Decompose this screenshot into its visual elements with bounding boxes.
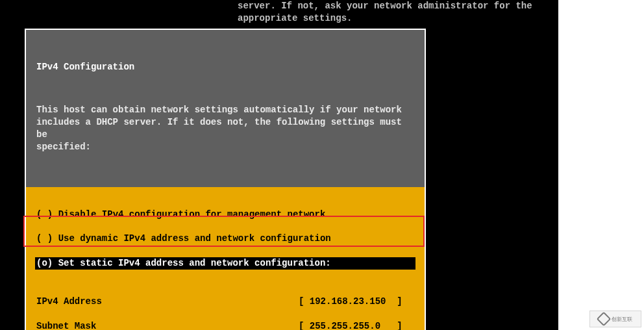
console-screen: server. If not, ask your network adminis…	[0, 0, 558, 330]
watermark: 创新互联	[589, 311, 641, 327]
field-ipv4-address[interactable]: IPv4 Address[ 192.168.23.150 ]	[36, 296, 414, 308]
dialog-title: IPv4 Configuration	[36, 61, 414, 73]
ipv4-config-dialog: IPv4 Configuration This host can obtain …	[25, 29, 426, 330]
field-subnet-mask[interactable]: Subnet Mask[ 255.255.255.0 ]	[36, 320, 414, 330]
dialog-body: ( ) Disable IPv4 configuration for manag…	[26, 187, 425, 330]
static-fields: IPv4 Address[ 192.168.23.150 ] Subnet Ma…	[36, 283, 414, 330]
page-margin: 创新互联	[558, 0, 644, 330]
option-disable-ipv4[interactable]: ( ) Disable IPv4 configuration for manag…	[36, 209, 414, 221]
bg-line1: server. If not, ask your network adminis…	[238, 1, 532, 11]
ipv4-address-input[interactable]: 192.168.23.150	[310, 296, 386, 308]
subnet-mask-input[interactable]: 255.255.255.0	[310, 320, 380, 330]
dialog-header: IPv4 Configuration This host can obtain …	[26, 30, 425, 187]
bg-line2: appropriate settings.	[238, 13, 352, 23]
option-dynamic-ipv4[interactable]: ( ) Use dynamic IPv4 address and network…	[36, 233, 414, 245]
watermark-text: 创新互联	[612, 316, 632, 323]
option-static-ipv4[interactable]: (o) Set static IPv4 address and network …	[35, 257, 415, 270]
dialog-description: This host can obtain network settings au…	[36, 104, 414, 153]
background-text: server. If not, ask your network adminis…	[0, 0, 558, 30]
watermark-icon	[597, 312, 612, 327]
